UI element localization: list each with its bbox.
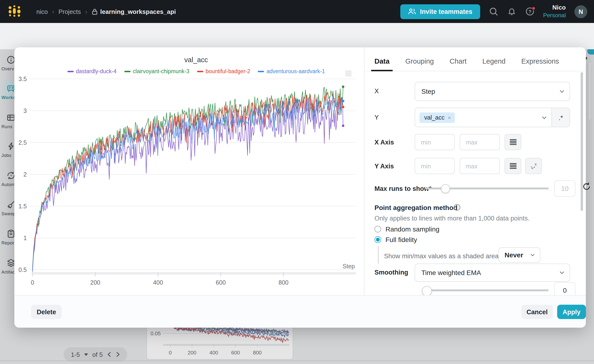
- smoothing-slider-track[interactable]: [425, 289, 549, 291]
- indent-bar: [378, 246, 379, 263]
- breadcrumb-projects[interactable]: Projects: [58, 8, 81, 15]
- y-metric-chip[interactable]: val_acc ×: [419, 112, 455, 123]
- log-scale-icon: [510, 139, 516, 145]
- smoothing-select[interactable]: Time weighted EMA: [415, 263, 570, 282]
- people-icon: [408, 8, 416, 15]
- tab-legend[interactable]: Legend: [482, 57, 506, 71]
- smoothing-value: Time weighted EMA: [421, 269, 481, 276]
- notifications-bell-icon[interactable]: [507, 7, 516, 16]
- lock-icon: [92, 8, 97, 15]
- user-avatar[interactable]: N: [574, 5, 587, 18]
- legend-item[interactable]: adventurous-aardvark-1: [258, 68, 325, 74]
- breadcrumb-project[interactable]: learning_workspaces_api: [92, 8, 176, 15]
- log-scale-icon: [510, 163, 516, 169]
- radio-checked-icon: [374, 236, 381, 243]
- y-metric-chip-label: val_acc: [424, 114, 445, 121]
- panel-settings-pane: Data Grouping Chart Legend Expressions X…: [364, 47, 586, 295]
- regex-toggle-button[interactable]: .*: [551, 108, 570, 127]
- legend-label: bountiful-badger-2: [206, 68, 250, 74]
- tab-grouping[interactable]: Grouping: [405, 57, 434, 71]
- x-axis-label: X Axis: [374, 139, 394, 146]
- svg-text:2.5: 2.5: [18, 139, 27, 146]
- legend-item[interactable]: clairvoyant-chipmunk-3: [124, 68, 189, 74]
- radio-full-fidelity[interactable]: Full fidelity: [374, 236, 417, 243]
- legend-swatch: [67, 71, 74, 72]
- legend-swatch: [197, 71, 203, 72]
- y-metric-select[interactable]: val_acc × .*: [415, 108, 570, 127]
- svg-text:0.5: 0.5: [18, 266, 27, 273]
- modal-footer: Delete Cancel Apply: [14, 295, 586, 328]
- svg-text:3: 3: [23, 107, 27, 114]
- top-navbar: nico › Projects › learning_workspaces_ap…: [0, 0, 594, 23]
- chip-remove-icon[interactable]: ×: [448, 115, 451, 120]
- tab-chart[interactable]: Chart: [450, 57, 466, 71]
- radio-random-sampling[interactable]: Random sampling: [374, 225, 439, 233]
- y-field-label: Y: [374, 114, 379, 121]
- y-axis-log-scale-button[interactable]: [505, 158, 521, 174]
- max-runs-value-input[interactable]: [554, 180, 575, 197]
- shaded-area-label: Show min/max values as a shaded area: [384, 253, 499, 260]
- chart-preview-pane: val_acc dastardly-duck-4 clairvoyant-chi…: [14, 47, 364, 295]
- y-axis-max-input[interactable]: [460, 158, 500, 174]
- apply-button[interactable]: Apply: [557, 305, 586, 319]
- breadcrumb-separator: ›: [85, 8, 87, 15]
- navbar-right: Invite teammates ? Nico Personal N: [400, 4, 587, 19]
- workspace-header: Nico's workspace N Personal workspace Au…: [0, 23, 594, 49]
- legend-swatch: [258, 71, 264, 72]
- legend-label: clairvoyant-chipmunk-3: [133, 68, 189, 74]
- svg-text:3.5: 3.5: [18, 76, 27, 82]
- svg-text:800: 800: [279, 279, 289, 286]
- max-runs-slider-handle[interactable]: [441, 184, 450, 193]
- svg-text:Step: Step: [343, 263, 355, 270]
- smoothing-label: Smoothing: [374, 269, 408, 276]
- panel-edit-modal: val_acc dastardly-duck-4 clairvoyant-chi…: [14, 47, 586, 327]
- info-icon[interactable]: [453, 204, 460, 213]
- legend-swatch: [124, 71, 130, 72]
- shaded-area-value: Never: [505, 251, 523, 259]
- smoothing-slider-handle[interactable]: [422, 286, 432, 296]
- search-icon[interactable]: [489, 7, 498, 16]
- wandb-logo-icon[interactable]: [8, 4, 22, 19]
- user-name: Nico: [543, 4, 566, 12]
- x-metric-value: Step: [421, 88, 435, 95]
- settings-scrollbar[interactable]: [580, 72, 583, 211]
- chart-title: val_acc: [14, 56, 378, 64]
- svg-text:0: 0: [31, 279, 34, 286]
- x-axis-min-input[interactable]: [415, 134, 455, 150]
- y-axis-min-input[interactable]: [415, 158, 455, 174]
- invite-teammates-button[interactable]: Invite teammates: [400, 4, 480, 19]
- aggregation-title: Point aggregation method: [374, 204, 458, 211]
- chevron-down-icon: [530, 254, 535, 256]
- svg-text:200: 200: [90, 279, 101, 286]
- breadcrumb-separator: ›: [52, 8, 54, 15]
- cancel-button[interactable]: Cancel: [521, 305, 553, 319]
- breadcrumb-project-name: learning_workspaces_api: [100, 8, 176, 15]
- user-scope: Personal: [543, 12, 566, 19]
- aggregation-note: Only applies to lines with more than 1,0…: [374, 215, 529, 222]
- legend-item[interactable]: bountiful-badger-2: [197, 68, 250, 74]
- radio-icon: [374, 226, 381, 232]
- y-axis-ignore-outliers-button[interactable]: x: [525, 158, 542, 174]
- radio-full-label: Full fidelity: [385, 236, 417, 243]
- tab-expressions[interactable]: Expressions: [521, 57, 559, 71]
- legend-label: adventurous-aardvark-1: [267, 68, 325, 74]
- chevron-down-icon: [560, 271, 564, 274]
- invite-teammates-label: Invite teammates: [420, 8, 472, 15]
- outliers-icon: x: [530, 163, 537, 169]
- delete-button[interactable]: Delete: [31, 305, 62, 319]
- notification-dot: [532, 7, 535, 10]
- breadcrumb-entity[interactable]: nico: [36, 8, 48, 15]
- breadcrumb: nico › Projects › learning_workspaces_ap…: [36, 8, 176, 15]
- shaded-area-select[interactable]: Never: [498, 247, 540, 263]
- x-metric-select[interactable]: Step: [415, 82, 570, 101]
- radio-random-label: Random sampling: [385, 225, 439, 233]
- user-block[interactable]: Nico Personal: [543, 4, 566, 19]
- tab-data[interactable]: Data: [374, 57, 390, 71]
- x-axis-log-scale-button[interactable]: [505, 134, 521, 150]
- legend-item[interactable]: dastardly-duck-4: [67, 68, 116, 74]
- x-field-label: X: [374, 88, 379, 95]
- max-runs-reset-button[interactable]: [582, 182, 591, 193]
- svg-text:1: 1: [23, 235, 27, 241]
- x-axis-max-input[interactable]: [460, 134, 500, 150]
- help-icon[interactable]: ?: [525, 7, 534, 16]
